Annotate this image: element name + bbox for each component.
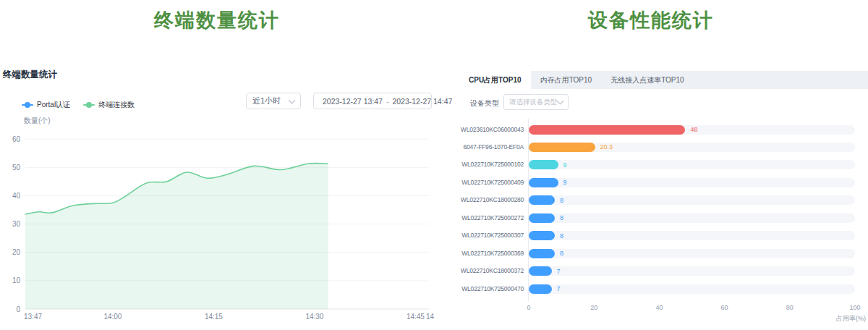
chevron-down-icon bbox=[289, 96, 296, 103]
bar-track bbox=[529, 178, 855, 187]
bar-value-label: 8 bbox=[560, 197, 563, 205]
date-range-start: 2023-12-27 13:47 bbox=[323, 97, 383, 106]
date-range-end: 2023-12-27 14:47 bbox=[392, 97, 452, 106]
left-page-title: 终端数量统计 bbox=[0, 7, 434, 33]
device-type-label: 设备类型 bbox=[470, 98, 499, 109]
x-tick-label: 60 bbox=[714, 304, 736, 311]
y-tick-label: 30 bbox=[12, 220, 21, 228]
x-tick-label: 14:00 bbox=[103, 313, 122, 321]
y-tick-label: 10 bbox=[12, 276, 21, 284]
bar[interactable] bbox=[529, 160, 558, 169]
device-name-label: WL022710K725000409 bbox=[459, 179, 524, 187]
device-name-label: WL022710KC18000280 bbox=[459, 196, 524, 204]
bar-track bbox=[529, 284, 855, 294]
bar-track bbox=[529, 213, 855, 223]
x-tick-label: 80 bbox=[779, 304, 801, 311]
bar-value-label: 9 bbox=[563, 161, 567, 169]
bar-track bbox=[529, 266, 855, 276]
bar-track bbox=[529, 195, 855, 205]
device-name-label: WL022710K725000102 bbox=[459, 161, 524, 169]
device-type-select[interactable]: 请选择设备类型 bbox=[503, 94, 569, 110]
device-name-label: WL022710K725000272 bbox=[459, 214, 524, 222]
x-tick-label: 13:47 bbox=[24, 313, 42, 321]
time-range-select[interactable]: 近1小时 bbox=[246, 93, 301, 109]
y-tick-label: 20 bbox=[12, 248, 21, 256]
date-range-picker[interactable]: 2023-12-27 13:47 - 2023-12-27 14:47 bbox=[313, 93, 432, 109]
device-type-placeholder: 请选择设备类型 bbox=[509, 98, 558, 107]
series-area bbox=[25, 164, 328, 309]
bar-value-label: 9 bbox=[563, 179, 567, 187]
device-name-label: 6047-FF96-1070-EF0A bbox=[459, 143, 524, 151]
bar-value-label: 8 bbox=[560, 250, 563, 258]
y-tick-label: 50 bbox=[12, 164, 21, 172]
device-name-label: WL022710KC18000372 bbox=[459, 267, 524, 275]
tab-内存占用TOP10[interactable]: 内存占用TOP10 bbox=[531, 71, 602, 89]
bar[interactable] bbox=[529, 266, 552, 276]
x-tick-label: 0 bbox=[518, 304, 540, 311]
date-range-separator: - bbox=[386, 97, 389, 106]
bar[interactable] bbox=[529, 195, 555, 205]
y-tick-label: 40 bbox=[12, 192, 21, 200]
right-page-title: 设备性能统计 bbox=[434, 7, 868, 33]
x-tick-label: 14:15 bbox=[205, 313, 223, 321]
tab-CPU占用TOP10[interactable]: CPU占用TOP10 bbox=[459, 71, 531, 89]
x-tick-label: 14:30 bbox=[305, 313, 323, 321]
bar-track bbox=[529, 160, 855, 169]
terminal-count-chart: 010203040506013:4714:0014:1514:3014:4514… bbox=[0, 109, 434, 326]
cpu-top10-chart: WL023610KC06000043486047-FF96-1070-EF0A2… bbox=[459, 116, 868, 330]
time-range-value: 近1小时 bbox=[252, 96, 281, 106]
bar[interactable] bbox=[529, 284, 552, 294]
bar-value-label: 7 bbox=[557, 268, 561, 276]
bar[interactable] bbox=[529, 249, 555, 258]
chevron-down-icon bbox=[557, 98, 564, 105]
y-tick-label: 0 bbox=[16, 305, 20, 313]
bar-value-label: 8 bbox=[560, 214, 563, 222]
bar-value-label: 7 bbox=[557, 285, 561, 293]
device-name-label: WL022710K725000470 bbox=[459, 285, 524, 293]
bar-track bbox=[529, 231, 855, 240]
x-tick-label: 40 bbox=[648, 304, 670, 311]
x-tick-label: 14:45 bbox=[407, 313, 425, 321]
bar-value-label: 8 bbox=[560, 232, 563, 240]
legend-marker-icon bbox=[22, 102, 33, 108]
legend-marker-icon bbox=[83, 102, 95, 108]
tab-无线接入点速率TOP10[interactable]: 无线接入点速率TOP10 bbox=[601, 71, 694, 89]
x-tick-label: 14:47 bbox=[426, 313, 434, 321]
bar[interactable] bbox=[529, 143, 595, 152]
bar[interactable] bbox=[529, 125, 685, 135]
device-name-label: WL023610KC06000043 bbox=[459, 126, 524, 134]
bar-value-label: 20.3 bbox=[600, 143, 613, 151]
performance-tabs: CPU占用TOP10内存占用TOP10无线接入点速率TOP10 bbox=[459, 71, 868, 89]
bar[interactable] bbox=[529, 231, 555, 240]
device-name-label: WL022710K725000369 bbox=[459, 250, 524, 258]
bar[interactable] bbox=[529, 178, 558, 187]
device-name-label: WL022710K725000307 bbox=[459, 232, 524, 240]
bar-value-label: 48 bbox=[690, 126, 697, 134]
y-tick-label: 60 bbox=[12, 135, 21, 143]
x-tick-label: 100 bbox=[844, 304, 866, 311]
dashboard: 终端数量统计 设备性能统计 终端数量统计 近1小时 2023-12-27 13:… bbox=[0, 0, 868, 330]
bar[interactable] bbox=[529, 213, 555, 223]
x-axis-label: 占用率(%) bbox=[836, 314, 866, 323]
terminal-count-card-title: 终端数量统计 bbox=[3, 69, 57, 81]
bar-track bbox=[529, 143, 855, 152]
x-tick-label: 20 bbox=[583, 304, 605, 311]
bar-track bbox=[529, 249, 855, 258]
